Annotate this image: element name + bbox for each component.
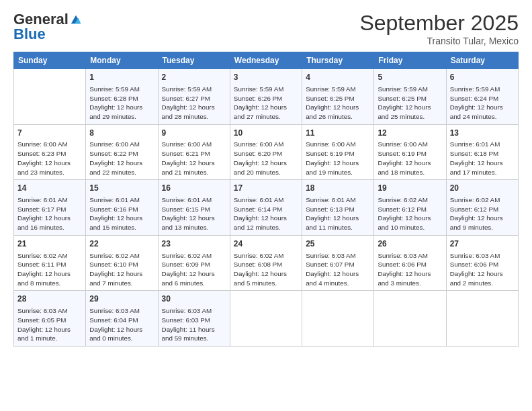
day-number: 8 bbox=[89, 128, 154, 139]
calendar-cell: 11Sunrise: 6:00 AM Sunset: 6:19 PM Dayli… bbox=[302, 124, 374, 180]
calendar-week-3: 14Sunrise: 6:01 AM Sunset: 6:17 PM Dayli… bbox=[14, 180, 519, 236]
calendar-cell: 12Sunrise: 6:00 AM Sunset: 6:19 PM Dayli… bbox=[374, 124, 446, 180]
day-info: Sunrise: 6:00 AM Sunset: 6:23 PM Dayligh… bbox=[17, 140, 82, 177]
day-info: Sunrise: 6:03 AM Sunset: 6:03 PM Dayligh… bbox=[162, 306, 226, 343]
calendar-week-5: 28Sunrise: 6:03 AM Sunset: 6:05 PM Dayli… bbox=[14, 291, 519, 347]
day-number: 30 bbox=[162, 293, 226, 305]
day-number: 25 bbox=[306, 238, 370, 250]
day-info: Sunrise: 6:02 AM Sunset: 6:08 PM Dayligh… bbox=[234, 251, 298, 288]
day-number: 5 bbox=[378, 72, 442, 83]
calendar-body: 1Sunrise: 5:59 AM Sunset: 6:28 PM Daylig… bbox=[14, 69, 519, 347]
day-info: Sunrise: 6:00 AM Sunset: 6:20 PM Dayligh… bbox=[234, 140, 298, 177]
day-info: Sunrise: 6:03 AM Sunset: 6:06 PM Dayligh… bbox=[378, 251, 442, 288]
calendar-cell: 19Sunrise: 6:02 AM Sunset: 6:12 PM Dayli… bbox=[374, 180, 446, 236]
day-number: 22 bbox=[89, 238, 154, 250]
day-number: 28 bbox=[17, 293, 82, 305]
calendar-cell: 18Sunrise: 6:01 AM Sunset: 6:13 PM Dayli… bbox=[302, 180, 374, 236]
calendar-cell: 4Sunrise: 5:59 AM Sunset: 6:25 PM Daylig… bbox=[302, 69, 374, 125]
weekday-header-sunday: Sunday bbox=[14, 52, 86, 69]
weekday-header-friday: Friday bbox=[374, 52, 446, 69]
day-number: 14 bbox=[17, 183, 82, 194]
calendar-cell: 29Sunrise: 6:03 AM Sunset: 6:04 PM Dayli… bbox=[86, 291, 158, 347]
day-number: 4 bbox=[306, 72, 370, 83]
weekday-header-monday: Monday bbox=[86, 52, 158, 69]
calendar-cell bbox=[302, 291, 374, 347]
day-number: 21 bbox=[17, 238, 82, 250]
calendar-cell: 1Sunrise: 5:59 AM Sunset: 6:28 PM Daylig… bbox=[86, 69, 158, 125]
calendar-week-4: 21Sunrise: 6:02 AM Sunset: 6:11 PM Dayli… bbox=[14, 235, 519, 291]
title-area: September 2025 Transito Tular, Mexico bbox=[359, 11, 519, 46]
logo-blue-text: Blue bbox=[13, 26, 46, 43]
calendar-cell: 5Sunrise: 5:59 AM Sunset: 6:25 PM Daylig… bbox=[374, 69, 446, 125]
day-info: Sunrise: 6:02 AM Sunset: 6:10 PM Dayligh… bbox=[89, 251, 154, 288]
calendar-cell: 21Sunrise: 6:02 AM Sunset: 6:11 PM Dayli… bbox=[14, 235, 86, 291]
day-number: 29 bbox=[89, 293, 154, 305]
calendar-cell: 17Sunrise: 6:01 AM Sunset: 6:14 PM Dayli… bbox=[230, 180, 302, 236]
calendar-cell: 28Sunrise: 6:03 AM Sunset: 6:05 PM Dayli… bbox=[14, 291, 86, 347]
day-info: Sunrise: 6:01 AM Sunset: 6:17 PM Dayligh… bbox=[17, 195, 82, 232]
calendar-cell: 15Sunrise: 6:01 AM Sunset: 6:16 PM Dayli… bbox=[86, 180, 158, 236]
day-number: 11 bbox=[306, 128, 370, 139]
calendar-week-1: 1Sunrise: 5:59 AM Sunset: 6:28 PM Daylig… bbox=[14, 69, 519, 125]
day-info: Sunrise: 5:59 AM Sunset: 6:24 PM Dayligh… bbox=[450, 85, 515, 122]
day-info: Sunrise: 5:59 AM Sunset: 6:25 PM Dayligh… bbox=[306, 85, 370, 122]
day-info: Sunrise: 6:03 AM Sunset: 6:05 PM Dayligh… bbox=[17, 306, 82, 343]
page-header: General Blue September 2025 Transito Tul… bbox=[13, 11, 519, 46]
day-number: 9 bbox=[162, 128, 226, 139]
day-info: Sunrise: 6:00 AM Sunset: 6:21 PM Dayligh… bbox=[162, 140, 226, 177]
calendar-week-2: 7Sunrise: 6:00 AM Sunset: 6:23 PM Daylig… bbox=[14, 124, 519, 180]
calendar-cell: 7Sunrise: 6:00 AM Sunset: 6:23 PM Daylig… bbox=[14, 124, 86, 180]
calendar-cell: 16Sunrise: 6:01 AM Sunset: 6:15 PM Dayli… bbox=[158, 180, 230, 236]
day-info: Sunrise: 5:59 AM Sunset: 6:28 PM Dayligh… bbox=[89, 85, 154, 122]
calendar-cell bbox=[374, 291, 446, 347]
calendar-cell: 2Sunrise: 5:59 AM Sunset: 6:27 PM Daylig… bbox=[158, 69, 230, 125]
calendar-cell: 14Sunrise: 6:01 AM Sunset: 6:17 PM Dayli… bbox=[14, 180, 86, 236]
day-info: Sunrise: 5:59 AM Sunset: 6:26 PM Dayligh… bbox=[234, 85, 298, 122]
day-number: 16 bbox=[162, 183, 226, 194]
weekday-header-wednesday: Wednesday bbox=[230, 52, 302, 69]
calendar-cell: 27Sunrise: 6:03 AM Sunset: 6:06 PM Dayli… bbox=[446, 235, 518, 291]
day-number: 6 bbox=[450, 72, 515, 83]
calendar-header: SundayMondayTuesdayWednesdayThursdayFrid… bbox=[14, 52, 519, 69]
day-info: Sunrise: 6:01 AM Sunset: 6:18 PM Dayligh… bbox=[450, 140, 515, 177]
day-info: Sunrise: 6:01 AM Sunset: 6:16 PM Dayligh… bbox=[89, 195, 154, 232]
day-number: 15 bbox=[89, 183, 154, 194]
calendar-cell: 3Sunrise: 5:59 AM Sunset: 6:26 PM Daylig… bbox=[230, 69, 302, 125]
day-number: 18 bbox=[306, 183, 370, 194]
day-info: Sunrise: 6:01 AM Sunset: 6:14 PM Dayligh… bbox=[234, 195, 298, 232]
day-info: Sunrise: 6:03 AM Sunset: 6:04 PM Dayligh… bbox=[89, 306, 154, 343]
calendar-cell bbox=[446, 291, 518, 347]
calendar-cell: 24Sunrise: 6:02 AM Sunset: 6:08 PM Dayli… bbox=[230, 235, 302, 291]
calendar-cell: 25Sunrise: 6:03 AM Sunset: 6:07 PM Dayli… bbox=[302, 235, 374, 291]
day-info: Sunrise: 6:02 AM Sunset: 6:12 PM Dayligh… bbox=[378, 195, 442, 232]
weekday-header-tuesday: Tuesday bbox=[158, 52, 230, 69]
weekday-header-saturday: Saturday bbox=[446, 52, 518, 69]
day-number: 2 bbox=[162, 72, 226, 83]
logo: General Blue bbox=[13, 11, 82, 43]
day-info: Sunrise: 6:00 AM Sunset: 6:19 PM Dayligh… bbox=[378, 140, 442, 177]
day-number: 12 bbox=[378, 128, 442, 139]
day-info: Sunrise: 6:02 AM Sunset: 6:09 PM Dayligh… bbox=[162, 251, 226, 288]
day-number: 26 bbox=[378, 238, 442, 250]
calendar-cell: 13Sunrise: 6:01 AM Sunset: 6:18 PM Dayli… bbox=[446, 124, 518, 180]
day-number: 27 bbox=[450, 238, 515, 250]
day-info: Sunrise: 5:59 AM Sunset: 6:27 PM Dayligh… bbox=[162, 85, 226, 122]
day-number: 1 bbox=[89, 72, 154, 83]
calendar-cell: 9Sunrise: 6:00 AM Sunset: 6:21 PM Daylig… bbox=[158, 124, 230, 180]
day-number: 7 bbox=[17, 128, 82, 139]
calendar-cell: 6Sunrise: 5:59 AM Sunset: 6:24 PM Daylig… bbox=[446, 69, 518, 125]
day-info: Sunrise: 6:00 AM Sunset: 6:22 PM Dayligh… bbox=[89, 140, 154, 177]
calendar-cell: 10Sunrise: 6:00 AM Sunset: 6:20 PM Dayli… bbox=[230, 124, 302, 180]
day-number: 24 bbox=[234, 238, 298, 250]
weekday-header-row: SundayMondayTuesdayWednesdayThursdayFrid… bbox=[14, 52, 519, 69]
day-info: Sunrise: 6:01 AM Sunset: 6:13 PM Dayligh… bbox=[306, 195, 370, 232]
calendar-cell: 30Sunrise: 6:03 AM Sunset: 6:03 PM Dayli… bbox=[158, 291, 230, 347]
day-number: 19 bbox=[378, 183, 442, 194]
calendar-cell bbox=[230, 291, 302, 347]
day-info: Sunrise: 6:00 AM Sunset: 6:19 PM Dayligh… bbox=[306, 140, 370, 177]
calendar-cell: 26Sunrise: 6:03 AM Sunset: 6:06 PM Dayli… bbox=[374, 235, 446, 291]
month-title: September 2025 bbox=[359, 11, 519, 36]
calendar-table: SundayMondayTuesdayWednesdayThursdayFrid… bbox=[13, 52, 519, 347]
calendar-cell: 23Sunrise: 6:02 AM Sunset: 6:09 PM Dayli… bbox=[158, 235, 230, 291]
day-number: 23 bbox=[162, 238, 226, 250]
